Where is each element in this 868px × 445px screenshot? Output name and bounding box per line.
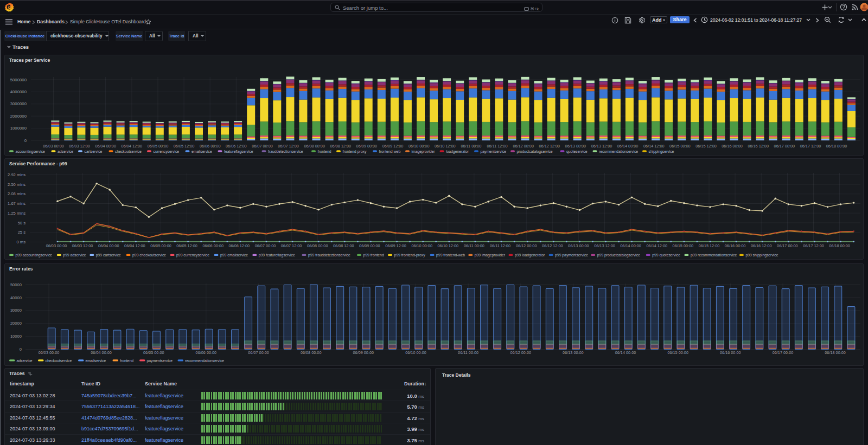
svg-text:40000: 40000 <box>10 295 22 300</box>
svg-text:checkoutservice: checkoutservice <box>46 359 72 363</box>
svg-text:06/04 12:00: 06/04 12:00 <box>122 144 143 149</box>
svg-text:06/15 12:00: 06/15 12:00 <box>699 243 720 248</box>
svg-text:06/10 00:00: 06/10 00:00 <box>411 243 432 248</box>
svg-text:p99 paymentservice: p99 paymentservice <box>555 253 588 257</box>
svg-text:06/18 00:00: 06/18 00:00 <box>826 144 847 149</box>
svg-text:06/05 00:00: 06/05 00:00 <box>148 144 169 149</box>
svg-text:06/11 12:00: 06/11 12:00 <box>487 144 507 149</box>
svg-text:p99 frontend-web: p99 frontend-web <box>436 253 465 257</box>
svg-text:50 s: 50 s <box>18 221 26 225</box>
svg-text:0: 0 <box>20 347 22 352</box>
svg-text:p99 productcatalogservice: p99 productcatalogservice <box>597 253 641 257</box>
svg-text:5000000: 5000000 <box>10 78 27 82</box>
svg-text:frontend-proxy: frontend-proxy <box>343 150 367 154</box>
svg-text:currencyservice: currencyservice <box>154 150 180 154</box>
svg-text:recommendationservice: recommendationservice <box>185 359 224 363</box>
svg-text:06/17 00:00: 06/17 00:00 <box>773 350 794 355</box>
svg-text:2.50 mins: 2.50 mins <box>8 182 25 187</box>
svg-text:06/05 00:00: 06/05 00:00 <box>143 350 164 355</box>
svg-text:p99 quoteservice: p99 quoteservice <box>652 253 680 257</box>
svg-text:06/03 00:00: 06/03 00:00 <box>43 144 64 149</box>
svg-text:06/14 00:00: 06/14 00:00 <box>617 144 639 149</box>
svg-text:06/17 00:00: 06/17 00:00 <box>774 144 795 149</box>
svg-text:06/13 00:00: 06/13 00:00 <box>565 144 586 149</box>
svg-text:p99 accountingservice: p99 accountingservice <box>16 253 53 257</box>
svg-text:06/12 00:00: 06/12 00:00 <box>516 243 537 248</box>
svg-text:p99 frontend: p99 frontend <box>363 253 384 257</box>
svg-text:06/11 12:00: 06/11 12:00 <box>490 243 510 248</box>
svg-text:06/11 00:00: 06/11 00:00 <box>464 243 484 248</box>
svg-text:06/14 12:00: 06/14 12:00 <box>647 243 668 248</box>
svg-text:06/08 00:00: 06/08 00:00 <box>307 243 328 248</box>
svg-text:productcatalogservice: productcatalogservice <box>517 150 553 154</box>
svg-text:p99 adservice: p99 adservice <box>63 253 86 257</box>
svg-text:06/04 00:00: 06/04 00:00 <box>98 243 119 248</box>
svg-text:06/14 00:00: 06/14 00:00 <box>620 243 641 248</box>
svg-text:30000: 30000 <box>10 308 22 313</box>
svg-text:06/17 12:00: 06/17 12:00 <box>803 243 824 248</box>
svg-text:p99 frauddetectionservice: p99 frauddetectionservice <box>308 253 350 257</box>
svg-text:06/14 00:00: 06/14 00:00 <box>615 350 636 355</box>
svg-text:06/03 12:00: 06/03 12:00 <box>69 144 90 149</box>
svg-text:paymentservice: paymentservice <box>481 150 507 154</box>
svg-text:1000000: 1000000 <box>10 126 27 131</box>
svg-text:06/11 00:00: 06/11 00:00 <box>458 350 478 355</box>
svg-text:06/10 12:00: 06/10 12:00 <box>438 243 459 248</box>
svg-text:06/12 12:00: 06/12 12:00 <box>542 243 563 248</box>
svg-text:06/09 12:00: 06/09 12:00 <box>382 144 404 149</box>
svg-text:06/04 00:00: 06/04 00:00 <box>95 144 116 149</box>
svg-text:cartservice: cartservice <box>85 150 103 153</box>
svg-text:06/10 00:00: 06/10 00:00 <box>405 350 426 355</box>
svg-text:06/13 00:00: 06/13 00:00 <box>563 350 584 355</box>
svg-text:06/16 12:00: 06/16 12:00 <box>748 144 769 149</box>
svg-text:06/18 00:00: 06/18 00:00 <box>825 350 846 355</box>
svg-text:06/08 12:00: 06/08 12:00 <box>330 144 352 149</box>
svg-text:3000000: 3000000 <box>10 101 27 106</box>
svg-text:frontend: frontend <box>120 359 133 363</box>
svg-text:p99 recommendationservice: p99 recommendationservice <box>691 253 737 257</box>
svg-text:06/04 00:00: 06/04 00:00 <box>91 350 112 355</box>
svg-text:paymentservice: paymentservice <box>147 359 173 363</box>
svg-text:06/18 00:00: 06/18 00:00 <box>829 243 850 248</box>
svg-text:06/08 00:00: 06/08 00:00 <box>301 350 322 355</box>
svg-text:06/04 12:00: 06/04 12:00 <box>124 243 145 248</box>
svg-text:06/07 00:00: 06/07 00:00 <box>252 144 273 149</box>
svg-text:06/15 12:00: 06/15 12:00 <box>695 144 717 149</box>
svg-text:06/15 00:00: 06/15 00:00 <box>669 144 691 149</box>
svg-text:06/12 00:00: 06/12 00:00 <box>510 350 532 355</box>
svg-text:06/09 00:00: 06/09 00:00 <box>359 243 380 248</box>
svg-text:2.08 mins: 2.08 mins <box>8 191 25 196</box>
svg-text:06/08 00:00: 06/08 00:00 <box>304 144 325 149</box>
svg-text:06/09 12:00: 06/09 12:00 <box>385 243 406 248</box>
svg-text:06/08 12:00: 06/08 12:00 <box>333 243 354 248</box>
svg-text:06/17 00:00: 06/17 00:00 <box>777 243 798 248</box>
svg-text:06/07 00:00: 06/07 00:00 <box>248 350 269 355</box>
svg-text:06/17 12:00: 06/17 12:00 <box>800 144 821 149</box>
svg-text:06/12 00:00: 06/12 00:00 <box>513 144 534 149</box>
svg-text:06/12 12:00: 06/12 12:00 <box>539 144 560 149</box>
svg-text:loadgenerator: loadgenerator <box>446 150 469 154</box>
svg-text:imageprovider: imageprovider <box>412 150 436 154</box>
svg-text:06/15 00:00: 06/15 00:00 <box>667 350 688 355</box>
svg-text:06/07 12:00: 06/07 12:00 <box>281 243 302 248</box>
svg-text:06/07 12:00: 06/07 12:00 <box>278 144 299 149</box>
svg-text:p99 loadgenerator: p99 loadgenerator <box>515 253 545 257</box>
svg-text:06/06 00:00: 06/06 00:00 <box>200 144 221 149</box>
svg-text:06/14 12:00: 06/14 12:00 <box>643 144 665 149</box>
svg-text:06/13 12:00: 06/13 12:00 <box>591 144 612 149</box>
svg-text:featureflagservice: featureflagservice <box>224 150 253 154</box>
svg-text:06/16 12:00: 06/16 12:00 <box>751 243 772 248</box>
svg-text:0: 0 <box>24 138 27 143</box>
svg-text:2.92 mins: 2.92 mins <box>8 172 25 177</box>
svg-text:06/06 12:00: 06/06 12:00 <box>229 243 250 248</box>
svg-text:06/06 00:00: 06/06 00:00 <box>202 243 224 248</box>
svg-text:p99 frontend-proxy: p99 frontend-proxy <box>394 253 426 257</box>
svg-text:0 ms: 0 ms <box>17 240 26 244</box>
svg-text:06/06 12:00: 06/06 12:00 <box>226 144 247 149</box>
svg-text:06/05 12:00: 06/05 12:00 <box>176 243 197 248</box>
svg-text:emailservice: emailservice <box>86 359 106 363</box>
svg-text:06/13 12:00: 06/13 12:00 <box>594 243 615 248</box>
svg-text:p99 checkoutservice: p99 checkoutservice <box>132 253 166 257</box>
svg-text:1.67 mins: 1.67 mins <box>8 201 25 206</box>
svg-text:20000: 20000 <box>10 321 22 326</box>
